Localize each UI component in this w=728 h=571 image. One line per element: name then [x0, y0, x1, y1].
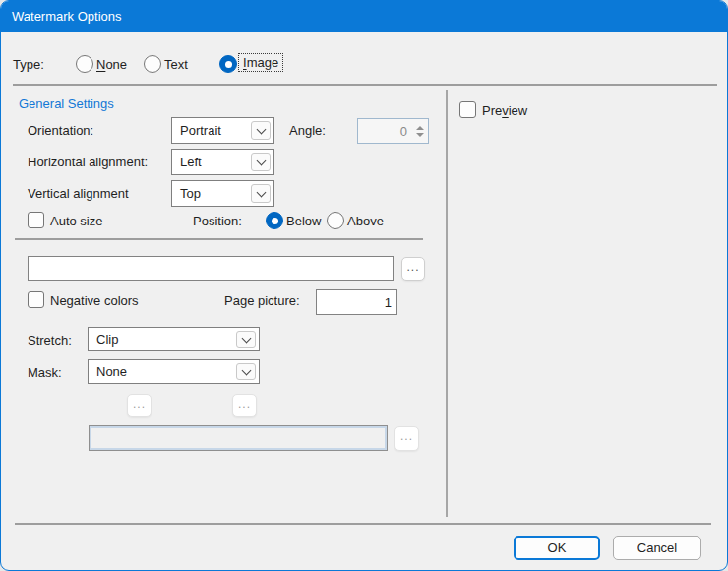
chevron-down-icon — [256, 156, 266, 165]
stretch-dropdown-button[interactable] — [236, 331, 256, 348]
vertical-dropdown-button[interactable] — [251, 184, 271, 203]
spinner-arrows — [412, 119, 428, 143]
radio-above-label[interactable]: Above — [347, 214, 384, 228]
general-settings-heading: General Settings — [19, 96, 114, 111]
chevron-down-icon — [256, 124, 266, 134]
stretch-combobox[interactable]: Clip — [88, 327, 260, 351]
radio-none[interactable] — [76, 55, 93, 73]
section-separator — [15, 238, 423, 240]
watermark-options-dialog: Watermark Options Type: None Text Image … — [0, 0, 728, 571]
horizontal-dropdown-button[interactable] — [251, 153, 271, 171]
spin-up-icon — [416, 126, 424, 130]
mask-dropdown-button[interactable] — [236, 363, 256, 380]
preview-label[interactable]: Preview — [482, 103, 527, 118]
mask-combobox[interactable]: None — [88, 359, 260, 384]
horizontal-alignment-value: Left — [180, 155, 202, 169]
vertical-alignment-combobox[interactable]: Top — [171, 180, 274, 207]
type-separator — [13, 84, 717, 86]
extra-button-b[interactable]: ... — [232, 394, 257, 417]
negative-colors-label[interactable]: Negative colors — [50, 293, 139, 308]
mask-value: None — [96, 364, 127, 379]
panel-separator — [446, 90, 448, 517]
cancel-button[interactable]: Cancel — [613, 536, 701, 560]
radio-dot — [272, 218, 278, 224]
horizontal-alignment-label: Horizontal alignment: — [28, 155, 148, 169]
negative-colors-checkbox[interactable] — [28, 291, 44, 308]
mask-label: Mask: — [28, 365, 62, 380]
chevron-down-icon — [241, 365, 251, 375]
window-title: Watermark Options — [12, 9, 122, 24]
radio-above[interactable] — [327, 212, 344, 229]
vertical-alignment-value: Top — [180, 186, 201, 201]
browse-image-button[interactable]: ... — [401, 257, 425, 281]
radio-image-label[interactable]: Image — [238, 53, 283, 72]
preview-checkbox[interactable] — [459, 101, 476, 118]
vertical-alignment-label: Vertical alignment — [28, 186, 129, 201]
browse-mask-button[interactable]: ... — [394, 426, 419, 451]
stretch-label: Stretch: — [28, 333, 72, 348]
orientation-combobox[interactable]: Portrait — [171, 117, 274, 144]
chevron-down-icon — [241, 333, 251, 343]
radio-image[interactable] — [219, 55, 237, 73]
auto-size-label[interactable]: Auto size — [50, 214, 102, 228]
footer-separator — [15, 523, 711, 525]
mask-path-input[interactable] — [89, 425, 388, 451]
radio-below-label[interactable]: Below — [286, 214, 321, 228]
radio-none-label[interactable]: None — [96, 57, 127, 72]
page-picture-label: Page picture: — [224, 293, 300, 308]
angle-value: 0 — [358, 124, 412, 139]
orientation-label: Orientation: — [28, 123, 93, 138]
spin-down-icon — [416, 133, 424, 137]
stretch-value: Clip — [96, 332, 118, 347]
radio-text-label[interactable]: Text — [164, 57, 188, 72]
page-picture-input[interactable] — [316, 289, 397, 315]
chevron-down-icon — [256, 187, 266, 197]
ok-button[interactable]: OK — [514, 536, 600, 560]
title-bar: Watermark Options — [1, 1, 727, 32]
image-path-input[interactable] — [28, 256, 394, 281]
orientation-dropdown-button[interactable] — [251, 121, 271, 140]
radio-text[interactable] — [144, 55, 161, 73]
position-label: Position: — [193, 214, 242, 228]
horizontal-alignment-combobox[interactable]: Left — [171, 149, 274, 175]
radio-dot — [225, 61, 232, 68]
radio-below[interactable] — [266, 212, 283, 229]
angle-label: Angle: — [289, 123, 326, 138]
orientation-value: Portrait — [180, 123, 221, 138]
auto-size-checkbox[interactable] — [28, 212, 44, 228]
angle-spinner: 0 — [357, 118, 429, 144]
extra-button-a[interactable]: ... — [127, 394, 152, 417]
type-label: Type: — [13, 57, 44, 72]
